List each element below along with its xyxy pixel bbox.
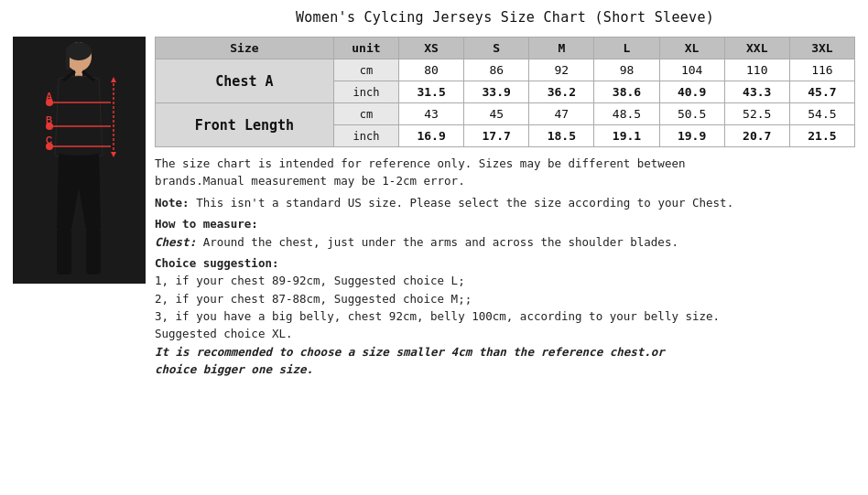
choice3b-line: Suggested choice XL.: [155, 325, 855, 342]
length-m-cm: 47: [529, 103, 594, 125]
length-cm-unit: cm: [333, 103, 398, 125]
chest-l-inch: 38.6: [594, 81, 659, 103]
length-l-cm: 48.5: [594, 103, 659, 125]
length-3xl-inch: 21.5: [789, 125, 854, 147]
chart-title: Women's Cylcing Jerseys Size Chart (Shor…: [155, 9, 855, 26]
how-label: How to measure:: [155, 217, 258, 231]
chest-s-inch: 33.9: [464, 81, 529, 103]
size-table: Size unit XS S M L XL XXL 3XL Chest A cm…: [155, 37, 855, 147]
note-line2: brands.Manual measurement may be 1-2cm e…: [155, 172, 855, 189]
length-s-cm: 45: [464, 103, 529, 125]
length-l-inch: 19.1: [594, 125, 659, 147]
svg-rect-7: [57, 229, 71, 274]
chest-measure: Chest: Around the chest, just under the …: [155, 233, 855, 251]
note-line1: The size chart is intended for reference…: [155, 155, 855, 172]
notes-section: The size chart is intended for reference…: [155, 155, 855, 379]
length-xs-inch: 16.9: [399, 125, 464, 147]
highlight-line: It is recommended to choose a size small…: [155, 343, 855, 360]
note-text: This isn't a standard US size. Please se…: [190, 196, 734, 210]
highlight-line2: choice bigger one size.: [155, 360, 855, 378]
chest-label: Chest A: [156, 59, 334, 103]
choice-suggestion: Choice suggestion:: [155, 254, 855, 272]
col-3xl: 3XL: [789, 38, 854, 59]
col-xl: XL: [659, 38, 724, 59]
chest-xl-cm: 104: [659, 59, 724, 81]
length-xxl-cm: 52.5: [724, 103, 789, 125]
col-xxl: XXL: [724, 38, 789, 59]
length-cm-row: Front Length cm 43 45 47 48.5 50.5 52.5 …: [156, 103, 855, 125]
length-xl-cm: 50.5: [659, 103, 724, 125]
chest-m-inch: 36.2: [529, 81, 594, 103]
svg-text:A: A: [46, 91, 52, 102]
chest-cm-row: Chest A cm 80 86 92 98 104 110 116: [156, 59, 855, 81]
choice1-line: 1, if your chest 89-92cm, Suggested choi…: [155, 272, 855, 289]
choice2-line: 2, if your chest 87-88cm, Suggested choi…: [155, 290, 855, 307]
chest-l-cm: 98: [594, 59, 659, 81]
length-label: Front Length: [156, 103, 334, 147]
col-unit: unit: [333, 38, 398, 59]
svg-rect-8: [86, 229, 101, 274]
col-xs: XS: [399, 38, 464, 59]
chest-xs-inch: 31.5: [399, 81, 464, 103]
svg-text:C: C: [46, 135, 52, 145]
right-content: Women's Cylcing Jerseys Size Chart (Shor…: [155, 9, 855, 486]
length-inch-unit: inch: [333, 125, 398, 147]
model-image: A B C: [13, 37, 146, 284]
chest-m-cm: 92: [529, 59, 594, 81]
chest-3xl-inch: 45.7: [789, 81, 854, 103]
length-xl-inch: 19.9: [659, 125, 724, 147]
length-3xl-cm: 54.5: [789, 103, 854, 125]
length-xs-cm: 43: [399, 103, 464, 125]
chest-xs-cm: 80: [399, 59, 464, 81]
svg-text:B: B: [46, 115, 52, 125]
chest-xxl-inch: 43.3: [724, 81, 789, 103]
chest-cm-unit: cm: [333, 59, 398, 81]
length-xxl-inch: 20.7: [724, 125, 789, 147]
col-l: L: [594, 38, 659, 59]
chest-inch-unit: inch: [333, 81, 398, 103]
chest-xxl-cm: 110: [724, 59, 789, 81]
chest-xl-inch: 40.9: [659, 81, 724, 103]
col-m: M: [529, 38, 594, 59]
note-line: Note: This isn't a standard US size. Ple…: [155, 194, 855, 211]
svg-rect-3: [66, 51, 70, 70]
chest-measure-text: Around the chest, just under the arms an…: [196, 235, 678, 249]
chest-s-cm: 86: [464, 59, 529, 81]
col-size: Size: [156, 38, 334, 59]
svg-point-2: [66, 42, 92, 60]
how-to-measure: How to measure:: [155, 215, 855, 232]
choice-label: Choice suggestion:: [155, 256, 278, 270]
choice3-line: 3, if you have a big belly, chest 92cm, …: [155, 307, 855, 325]
chest-3xl-cm: 116: [789, 59, 854, 81]
note-label: Note:: [155, 196, 190, 210]
length-s-inch: 17.7: [464, 125, 529, 147]
length-m-inch: 18.5: [529, 125, 594, 147]
col-s: S: [464, 38, 529, 59]
chest-measure-label: Chest:: [155, 235, 196, 249]
